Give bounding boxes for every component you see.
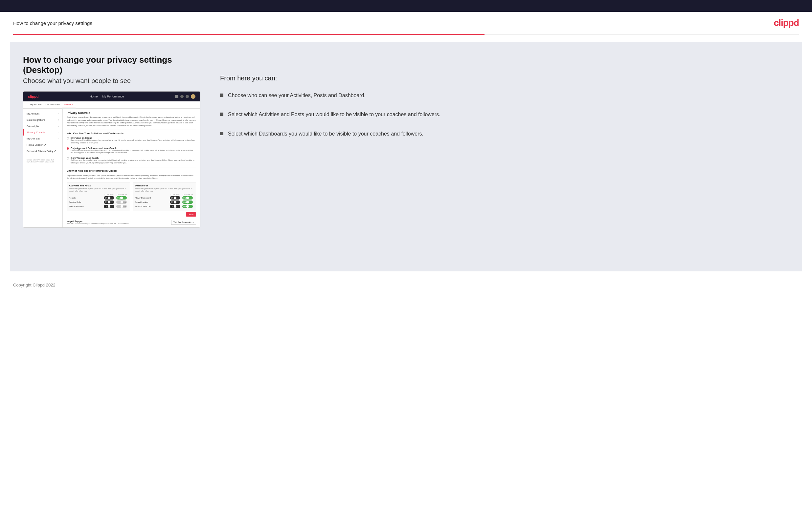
- toggle-player-dashboard: Player Dashboard ON ON: [135, 196, 194, 200]
- header-title: How to change your privacy settings: [13, 20, 92, 26]
- radio-text-approved: Only approved followers and coaches you …: [70, 149, 196, 155]
- practice-coaches-toggle[interactable]: ON: [104, 201, 114, 204]
- tab-settings[interactable]: Settings: [62, 101, 75, 108]
- toggles-section: Activities and Posts Select the types of…: [67, 182, 196, 211]
- avatar-icon: [191, 94, 195, 99]
- visit-label: Visit Our Community: [173, 221, 192, 223]
- toggle-rounds: Rounds ON ON: [69, 196, 128, 200]
- top-bar: [0, 0, 812, 12]
- dashboards-box: Dashboards Select the types of activity …: [133, 182, 196, 211]
- tab-my-profile[interactable]: My Profile: [28, 101, 44, 108]
- radio-text-everyone: Everyone on Clippd can search for you an…: [70, 139, 196, 145]
- bullet-icon-2: [220, 113, 223, 116]
- sidebar-my-account[interactable]: My Account ›: [23, 111, 62, 117]
- rounds-coaches-toggle[interactable]: ON: [104, 196, 114, 200]
- help-desc: Visit our Clippd community to troublesho…: [67, 223, 130, 224]
- radio-only-you[interactable]: Only You and Your Coach Only you and the…: [67, 157, 196, 164]
- nav-home: Home: [90, 95, 98, 98]
- bullet-icon-3: [220, 132, 223, 135]
- activities-toggle-headers: COACHES FOLLOWERS: [69, 193, 128, 195]
- save-button[interactable]: Save: [186, 212, 196, 217]
- player-dash-followers-toggle[interactable]: ON: [182, 196, 193, 200]
- header-divider: [13, 34, 799, 35]
- activities-box: Activities and Posts Select the types of…: [67, 182, 130, 211]
- round-insights-coaches-toggle[interactable]: ON: [170, 201, 180, 204]
- bullet-text-2: Select which Activities and Posts you wo…: [228, 111, 441, 118]
- app-sub-tabs: My Profile Connections Settings: [23, 101, 200, 109]
- bullet-list: Choose who can see your Activities, Post…: [220, 92, 789, 137]
- radio-everyone[interactable]: Everyone on Clippd Everyone on Clippd ca…: [67, 137, 196, 145]
- who-can-see-title: Who Can See Your Activities and Dashboar…: [67, 130, 196, 135]
- practice-followers-toggle[interactable]: ON: [116, 201, 127, 204]
- chevron-icon: ›: [58, 131, 59, 133]
- sidebar-subscription[interactable]: Subscription ›: [23, 123, 62, 129]
- activities-desc: Select the types of activity that you'd …: [69, 188, 128, 192]
- left-panel: How to change your privacy settings (Des…: [23, 55, 207, 262]
- sidebar-data-integrations[interactable]: Data Integrations ›: [23, 117, 62, 123]
- manual-coaches-toggle[interactable]: ON: [104, 205, 114, 208]
- radio-dot-everyone: [67, 137, 69, 139]
- wwon-followers-toggle[interactable]: ON: [182, 205, 193, 208]
- dashboards-toggle-headers: COACHES FOLLOWERS: [135, 193, 194, 195]
- sidebar-help-support[interactable]: Help & Support ↗: [23, 142, 62, 148]
- save-row: Save: [67, 212, 196, 217]
- help-title: Help & Support: [67, 220, 130, 223]
- activities-title: Activities and Posts: [69, 184, 128, 187]
- bullet-icon-1: [220, 94, 223, 97]
- player-dash-coaches-toggle[interactable]: ON: [170, 196, 180, 200]
- main-content: How to change your privacy settings (Des…: [10, 42, 802, 271]
- bullet-item-1: Choose who can see your Activities, Post…: [220, 92, 789, 99]
- radio-text-only-you: Only you and the coaches you connect wit…: [70, 159, 196, 164]
- radio-label-approved: Only Approved Followers and Your Coach: [70, 147, 196, 149]
- from-here-text: From here you can:: [220, 74, 789, 82]
- radio-label-only-you: Only You and Your Coach: [70, 157, 196, 159]
- app-screenshot: clippd Home My Performance My Profile Co…: [23, 91, 200, 227]
- chevron-icon: ›: [58, 113, 59, 115]
- page-subheading: Choose what you want people to see: [23, 77, 207, 84]
- chevron-icon: ›: [58, 137, 59, 140]
- app-body: My Account › Data Integrations › Subscri…: [23, 109, 200, 227]
- nav-performance: My Performance: [102, 95, 124, 98]
- bullet-item-3: Select which Dashboards you would like t…: [220, 130, 789, 137]
- app-sidebar: My Account › Data Integrations › Subscri…: [23, 109, 63, 227]
- external-link-icon: ↗: [192, 221, 194, 223]
- app-main-content: Privacy Controls Control how you and you…: [63, 109, 200, 227]
- round-insights-followers-toggle[interactable]: ON: [182, 201, 193, 204]
- copyright: Copyright Clippd 2022: [13, 283, 55, 287]
- bullet-item-2: Select which Activities and Posts you wo…: [220, 111, 789, 118]
- chevron-icon: ›: [58, 125, 59, 127]
- chevron-icon: ›: [58, 119, 59, 121]
- privacy-title: Privacy Controls: [67, 111, 196, 115]
- sidebar-service-privacy[interactable]: Service & Privacy Policy ↗: [23, 148, 62, 154]
- footer: Copyright Clippd 2022: [0, 278, 812, 292]
- app-nav-links: Home My Performance: [90, 95, 124, 98]
- rounds-followers-toggle[interactable]: ON: [116, 196, 127, 200]
- dashboards-desc: Select the types of activity that you'd …: [135, 188, 194, 192]
- app-nav-icons: [175, 94, 195, 99]
- user-icon: [180, 95, 184, 98]
- sidebar-version: Clippd Client Version: 2022.8.2SQL Serve…: [23, 157, 62, 165]
- page-heading: How to change your privacy settings (Des…: [23, 55, 207, 75]
- app-logo: clippd: [28, 95, 39, 99]
- sidebar-privacy-controls[interactable]: Privacy Controls ›: [23, 129, 62, 135]
- app-topnav: clippd Home My Performance: [23, 92, 200, 101]
- settings-icon: [186, 95, 189, 98]
- dashboards-title: Dashboards: [135, 184, 194, 187]
- sidebar-golf-bag[interactable]: My Golf Bag ›: [23, 135, 62, 142]
- radio-dot-only-you: [67, 157, 69, 160]
- toggle-round-insights: Round Insights ON ON: [135, 201, 194, 204]
- radio-dot-approved: [67, 147, 69, 150]
- toggle-manual: Manual Activities ON ON: [69, 205, 128, 208]
- toggle-practice-drills: Practice Drills ON ON: [69, 201, 128, 204]
- visit-community-button[interactable]: Visit Our Community ↗: [171, 220, 196, 225]
- show-hide-desc: Regardless of the privacy controls that …: [67, 174, 196, 180]
- wwon-coaches-toggle[interactable]: ON: [170, 205, 180, 208]
- privacy-desc: Control how you and your data appears to…: [67, 116, 196, 127]
- manual-followers-toggle[interactable]: ON: [116, 205, 127, 208]
- show-hide-title: Show or hide specific features in Clippd: [67, 167, 196, 172]
- logo: clippd: [774, 18, 799, 28]
- radio-label-everyone: Everyone on Clippd: [70, 137, 196, 139]
- radio-approved[interactable]: Only Approved Followers and Your Coach O…: [67, 147, 196, 155]
- tab-connections[interactable]: Connections: [44, 101, 62, 108]
- toggle-what-to-work-on: What To Work On ON ON: [135, 205, 194, 208]
